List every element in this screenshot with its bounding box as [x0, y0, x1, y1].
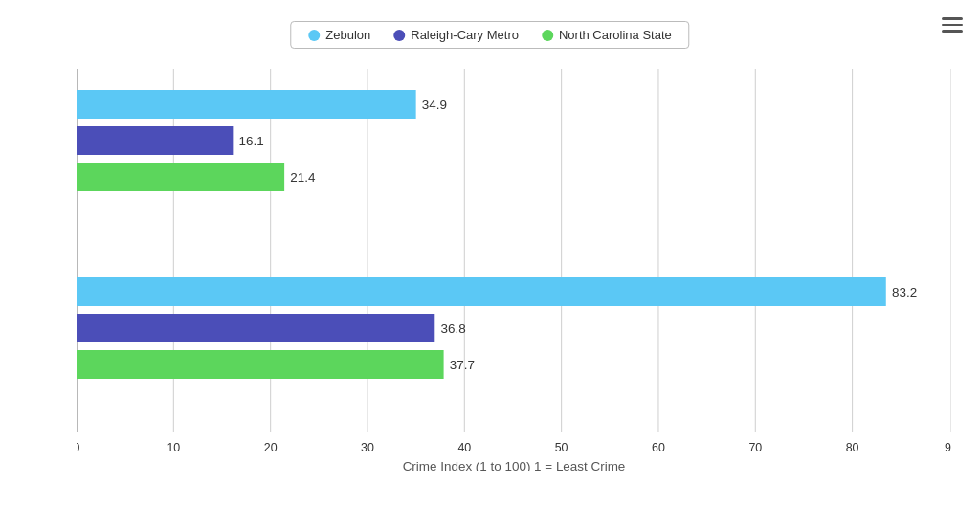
legend-item-nc: North Carolina State	[542, 28, 672, 42]
chart-svg: 34.9 16.1 21.4 83.2 36.8 37.7 0 10 20 30…	[77, 69, 951, 471]
chart-legend: Zebulon Raleigh-Cary Metro North Carolin…	[290, 21, 689, 49]
bar-violent-zebulon	[77, 90, 416, 119]
bar-label-violent-raleigh: 16.1	[239, 134, 264, 148]
legend-item-raleigh: Raleigh-Cary Metro	[393, 28, 519, 42]
bar-violent-raleigh	[77, 126, 233, 155]
legend-dot-zebulon	[308, 30, 320, 41]
hamburger-menu-button[interactable]	[942, 17, 963, 33]
bar-violent-nc	[77, 163, 284, 191]
x-tick-40: 40	[457, 441, 471, 454]
x-tick-70: 70	[748, 441, 762, 454]
x-tick-90: 90	[945, 441, 951, 454]
legend-dot-nc	[542, 30, 553, 41]
x-tick-50: 50	[555, 441, 568, 454]
legend-item-zebulon: Zebulon	[308, 28, 370, 42]
chart-container: Zebulon Raleigh-Cary Metro North Carolin…	[0, 0, 980, 528]
x-axis-label: Crime Index (1 to 100) 1 = Least Crime	[403, 459, 626, 471]
x-tick-60: 60	[652, 441, 665, 454]
bar-label-violent-nc: 21.4	[290, 170, 315, 185]
x-tick-0: 0	[77, 441, 80, 454]
x-tick-80: 80	[846, 441, 859, 454]
bar-label-property-nc: 37.7	[450, 358, 475, 372]
bar-property-nc	[77, 350, 444, 379]
x-tick-20: 20	[264, 441, 278, 454]
bar-property-raleigh	[77, 314, 434, 342]
bar-property-zebulon	[77, 277, 886, 306]
legend-label-zebulon: Zebulon	[325, 28, 370, 42]
bar-label-property-raleigh: 36.8	[440, 321, 465, 336]
x-tick-10: 10	[167, 441, 180, 454]
legend-label-nc: North Carolina State	[559, 28, 672, 42]
x-tick-30: 30	[361, 441, 374, 454]
bar-label-property-zebulon: 83.2	[892, 285, 917, 299]
legend-label-raleigh: Raleigh-Cary Metro	[411, 28, 519, 42]
legend-dot-raleigh	[393, 30, 405, 41]
bar-label-violent-zebulon: 34.9	[422, 98, 447, 112]
